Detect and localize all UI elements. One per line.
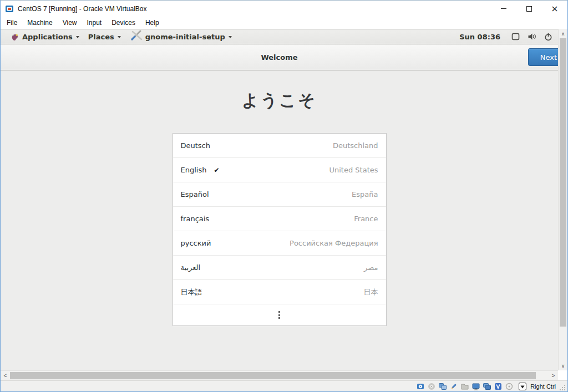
language-region: مصر	[364, 263, 378, 272]
close-button[interactable]: ×	[542, 1, 567, 17]
horizontal-scrollbar[interactable]: < >	[1, 370, 558, 380]
language-region: United States	[329, 166, 378, 174]
applications-menu[interactable]: Applications	[6, 29, 84, 44]
menu-devices[interactable]: Devices	[106, 17, 140, 28]
features-icon[interactable]	[494, 382, 503, 391]
language-row-japanese[interactable]: 日本語 日本	[173, 280, 386, 304]
vertical-scroll-thumb[interactable]	[560, 38, 566, 327]
applications-icon	[11, 33, 19, 41]
menu-help[interactable]: Help	[140, 17, 164, 28]
language-name: Español	[181, 190, 209, 198]
places-menu[interactable]: Places	[84, 29, 125, 44]
language-row-arabic[interactable]: العربية مصر	[173, 256, 386, 280]
language-region: Deutschland	[333, 141, 378, 150]
mouse-integration-icon[interactable]	[505, 382, 514, 391]
app-menu-gnome-initial-setup[interactable]: gnome-initial-setup	[125, 29, 236, 44]
maximize-button[interactable]	[516, 1, 542, 17]
language-region: 日本	[364, 287, 378, 297]
virtualbox-logo-icon	[5, 4, 14, 13]
virtualbox-window: CentOS 7 [Running] - Oracle VM VirtualBo…	[0, 0, 568, 392]
scroll-up-icon[interactable]: ∧	[559, 29, 567, 38]
gnome-top-bar: Applications Places gnome-initial-setup …	[1, 29, 558, 44]
title-bar: CentOS 7 [Running] - Oracle VM VirtualBo…	[1, 1, 567, 17]
shared-folders-icon[interactable]	[460, 382, 469, 391]
language-region: Российская Федерация	[290, 239, 378, 247]
resize-grip[interactable]	[559, 383, 566, 390]
host-key-label: Right Ctrl	[530, 383, 556, 390]
clock-label[interactable]: Sun 08:36	[459, 33, 500, 41]
welcome-heading: ようこそ	[1, 89, 558, 112]
optical-drives-icon[interactable]	[427, 382, 436, 391]
window-title: CentOS 7 [Running] - Oracle VM VirtualBo…	[18, 5, 147, 13]
app-menu-label: gnome-initial-setup	[145, 33, 225, 41]
language-row-espanol[interactable]: Español España	[173, 182, 386, 207]
horizontal-scroll-thumb[interactable]	[10, 372, 536, 379]
setup-header-bar: Welcome Next	[1, 44, 558, 70]
volume-icon[interactable]	[528, 33, 536, 40]
vbox-menu-bar: File Machine View Input Devices Help	[1, 17, 567, 29]
screen-icon[interactable]	[511, 33, 520, 40]
display-icon[interactable]	[471, 382, 480, 391]
language-row-francais[interactable]: français France	[173, 207, 386, 231]
next-button[interactable]: Next	[528, 48, 558, 66]
checkmark-icon: ✔	[214, 166, 219, 174]
language-row-russian[interactable]: русский Российская Федерация	[173, 231, 386, 256]
page-title: Welcome	[261, 53, 297, 62]
menu-view[interactable]: View	[58, 17, 82, 28]
power-icon[interactable]	[544, 33, 552, 41]
minimize-button[interactable]	[491, 1, 516, 17]
language-row-deutsch[interactable]: Deutsch Deutschland	[173, 134, 386, 158]
language-name: 日本語	[181, 287, 202, 297]
language-name: العربية	[181, 263, 201, 272]
language-name: русский	[181, 239, 211, 247]
setup-tools-icon	[130, 29, 143, 41]
language-name: English	[181, 166, 207, 174]
video-capture-icon[interactable]	[483, 382, 491, 391]
language-row-english[interactable]: English ✔ United States	[173, 158, 386, 182]
chevron-down-icon	[76, 36, 79, 38]
more-languages-icon	[278, 310, 280, 320]
hard-disks-icon[interactable]	[416, 382, 425, 391]
menu-machine[interactable]: Machine	[22, 17, 57, 28]
places-label: Places	[88, 33, 114, 41]
usb-icon[interactable]	[449, 382, 458, 391]
language-region: España	[352, 190, 378, 198]
horizontal-scroll-track[interactable]	[10, 371, 549, 380]
language-name: français	[181, 215, 210, 223]
language-region: France	[354, 215, 378, 223]
keyboard-capture-icon[interactable]	[518, 382, 527, 391]
chevron-down-icon	[229, 36, 232, 38]
vertical-scrollbar[interactable]: ∧ ∨	[558, 29, 567, 370]
chevron-down-icon	[118, 36, 121, 38]
menu-input[interactable]: Input	[82, 17, 107, 28]
network-icon[interactable]	[438, 382, 447, 391]
menu-file[interactable]: File	[2, 17, 22, 28]
more-languages-button[interactable]	[173, 304, 386, 325]
language-name: Deutsch	[181, 141, 211, 150]
scroll-left-icon[interactable]: <	[1, 371, 10, 380]
applications-label: Applications	[22, 33, 73, 41]
scroll-right-icon[interactable]: >	[549, 371, 558, 380]
vm-display: Applications Places gnome-initial-setup …	[1, 29, 558, 370]
vbox-status-bar: Right Ctrl	[1, 380, 567, 391]
scroll-down-icon[interactable]: ∨	[559, 361, 567, 370]
language-list: Deutsch Deutschland English ✔ United Sta…	[173, 133, 387, 326]
vertical-scroll-track[interactable]	[559, 38, 567, 361]
setup-content: ようこそ Deutsch Deutschland English ✔ Unite…	[1, 70, 558, 370]
